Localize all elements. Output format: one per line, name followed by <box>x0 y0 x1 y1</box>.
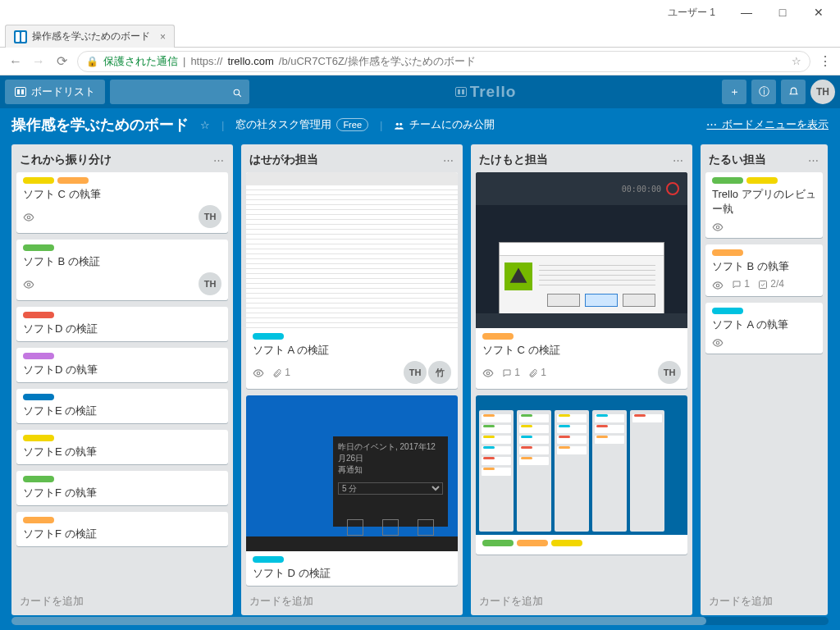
create-button[interactable]: ＋ <box>722 80 746 104</box>
card-title: Trello アプリのレビュー執 <box>712 187 816 217</box>
card[interactable]: ソフトF の執筆 <box>16 471 228 505</box>
list-menu-icon[interactable]: ⋯ <box>673 154 684 167</box>
list-menu-icon[interactable]: ⋯ <box>443 154 454 167</box>
card-badges: TH <box>23 205 221 228</box>
board-title[interactable]: 操作感を学ぶためのボード <box>11 115 189 135</box>
card[interactable]: 昨日のイベント, 2017年12月26日再通知5 分ソフト D の検証 <box>246 395 458 586</box>
card[interactable]: Trello アプリのレビュー執 <box>705 172 823 238</box>
card-labels <box>253 333 451 340</box>
list-title[interactable]: たけもと担当 <box>479 153 673 167</box>
nav-back-icon[interactable]: ← <box>8 54 23 69</box>
card[interactable]: ソフト B の執筆 1 2/4 <box>705 244 823 295</box>
card-label <box>253 556 284 563</box>
comments-badge: 1 <box>502 367 520 378</box>
card-title: ソフト A の検証 <box>253 343 451 358</box>
card[interactable]: ソフトE の執筆 <box>16 430 228 464</box>
show-menu-button[interactable]: ⋯ ボードメニューを表示 <box>706 117 829 132</box>
user-avatar[interactable]: TH <box>810 80 835 104</box>
list-title[interactable]: これから振り分け <box>20 153 213 167</box>
list-title[interactable]: たるい担当 <box>709 153 808 167</box>
board-star-icon[interactable]: ☆ <box>200 119 210 131</box>
notifications-button[interactable] <box>781 80 806 104</box>
favicon-trello-icon <box>14 30 27 43</box>
card-label <box>482 540 514 546</box>
window-maximize[interactable]: □ <box>765 1 801 24</box>
browser-tab[interactable]: 操作感を学ぶためのボード × <box>5 25 175 48</box>
card-title: ソフトD の検証 <box>23 322 221 336</box>
search-input[interactable] <box>110 80 249 104</box>
card-cover <box>476 395 687 535</box>
svg-point-2 <box>396 122 399 125</box>
card[interactable]: ソフトE の検証 <box>16 389 228 423</box>
svg-point-4 <box>27 216 30 219</box>
svg-point-9 <box>716 284 719 287</box>
board-list-label: ボードリスト <box>31 84 95 99</box>
app-logo[interactable]: Trello <box>254 83 717 101</box>
card[interactable]: ソフト B の検証TH <box>16 240 228 300</box>
card-labels <box>23 312 221 318</box>
list-menu-icon[interactable]: ⋯ <box>213 154 225 167</box>
info-button[interactable]: ⓘ <box>751 80 776 104</box>
card-label <box>57 177 89 184</box>
add-card-button[interactable]: カードを追加 <box>11 587 233 615</box>
list-header: はせがわ担当⋯ <box>241 144 463 172</box>
tab-close-icon[interactable]: × <box>160 31 166 43</box>
card-title: ソフト C の執筆 <box>23 187 221 202</box>
card-labels <box>712 249 816 256</box>
window-user: ユーザー 1 <box>668 6 715 20</box>
watch-icon <box>23 210 34 223</box>
bookmark-star-icon[interactable]: ☆ <box>792 55 801 67</box>
card[interactable]: ソフトD の検証 <box>16 307 228 341</box>
card-labels <box>482 540 681 546</box>
nav-forward-icon: → <box>31 54 46 69</box>
window-minimize[interactable]: — <box>728 1 765 24</box>
card[interactable]: 00:00:00ソフト C の検証 1 1TH <box>476 172 687 389</box>
board-list-button[interactable]: ボードリスト <box>5 80 105 104</box>
add-card-button[interactable]: カードを追加 <box>471 587 692 615</box>
card-badges: 1 1TH <box>482 361 681 384</box>
card[interactable]: ソフト A の検証 1TH竹 <box>246 172 458 389</box>
card-title: ソフトE の執筆 <box>23 445 221 459</box>
watch-icon <box>482 366 494 379</box>
member-avatar[interactable]: TH <box>199 205 221 228</box>
member-avatar[interactable]: TH <box>658 361 681 384</box>
card-title: ソフト A の執筆 <box>712 317 816 332</box>
member-avatar[interactable]: TH <box>199 272 221 295</box>
card[interactable]: ソフト A の執筆 <box>705 303 823 354</box>
nav-reload-icon[interactable]: ⟳ <box>54 53 69 69</box>
card[interactable]: ソフトF の検証 <box>16 512 228 546</box>
card-label <box>712 249 743 256</box>
lock-icon: 🔒 <box>86 56 98 67</box>
card-labels <box>23 244 221 251</box>
list-cards: ソフト C の執筆THソフト B の検証THソフトD の検証ソフトD の執筆ソフ… <box>11 172 233 587</box>
window-close[interactable]: ✕ <box>801 1 837 24</box>
address-bar: ← → ⟳ 🔒 保護された通信 | https://trello.com/b/u… <box>0 48 840 75</box>
list: たけもと担当⋯00:00:00ソフト C の検証 1 1THカードを追加 <box>471 144 692 615</box>
add-card-button[interactable]: カードを追加 <box>701 587 828 615</box>
watch-icon <box>23 277 34 290</box>
list-title[interactable]: はせがわ担当 <box>249 153 443 167</box>
card-badges: TH <box>23 272 221 295</box>
watch-icon <box>712 336 724 349</box>
watch-icon <box>712 277 724 290</box>
url-box[interactable]: 🔒 保護された通信 | https://trello.com/b/uCR7CT6… <box>77 51 810 72</box>
member-avatar[interactable]: 竹 <box>428 361 451 384</box>
list-menu-icon[interactable]: ⋯ <box>808 154 819 167</box>
svg-point-11 <box>716 341 719 345</box>
card-label <box>253 333 284 340</box>
add-card-button[interactable]: カードを追加 <box>241 587 463 615</box>
browser-menu-icon[interactable]: ⋮ <box>819 53 832 69</box>
member-avatar[interactable]: TH <box>404 361 427 384</box>
card-label <box>23 244 54 251</box>
card[interactable]: ソフト C の執筆TH <box>16 172 228 233</box>
tab-title: 操作感を学ぶためのボード <box>32 30 150 43</box>
card[interactable]: ソフトD の執筆 <box>16 348 228 382</box>
board-canvas[interactable]: これから振り分け⋯ソフト C の執筆THソフト B の検証THソフトD の検証ソ… <box>0 141 840 615</box>
horizontal-scrollbar[interactable] <box>11 617 829 625</box>
card-title: ソフトD の執筆 <box>23 363 221 377</box>
svg-line-1 <box>239 94 241 96</box>
card[interactable] <box>476 395 687 555</box>
team-name[interactable]: 窓の社タスク管理用 Free <box>235 117 368 132</box>
visibility-button[interactable]: チームにのみ公開 <box>394 117 495 132</box>
card-label <box>23 394 54 400</box>
